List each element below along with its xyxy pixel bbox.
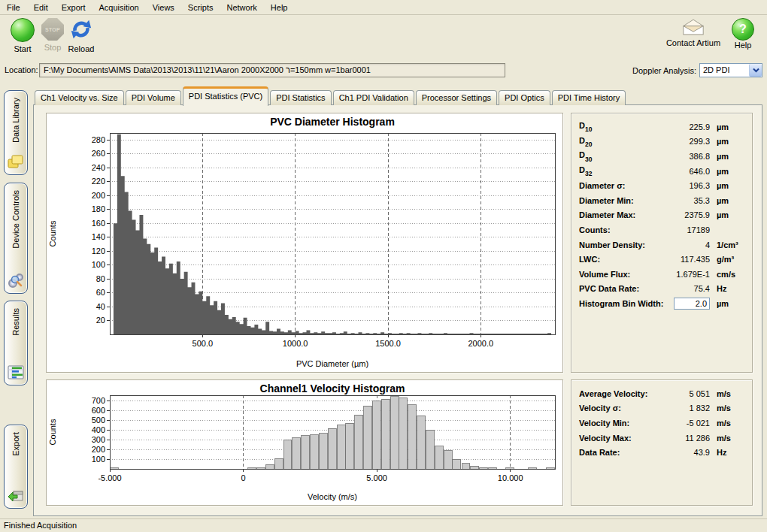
histogram-bin-width-input[interactable] [674,298,710,310]
menu-scripts[interactable]: Scripts [181,1,220,14]
reload-button[interactable]: Reload [60,18,102,53]
toolbar: Start STOP Stop Reload [0,15,767,60]
status-bar: Finished Acquisition [0,518,767,532]
diameter-statistics-panel: D10225.9µmD20299.3µmD30386.8µmD32646.0µm… [571,113,753,373]
menu-file[interactable]: File [0,1,27,14]
sidebar-item-results[interactable]: Results [4,301,28,385]
svg-text:200: 200 [92,445,105,454]
contact-artium-button[interactable]: Contact Artium [663,18,723,47]
velocity-histogram-panel: 100200300400500600700-5.00005.00010.000C… [46,379,563,506]
menu-network[interactable]: Network [220,1,263,14]
tab-strip: Ch1 Velocity vs. SizePDI VolumePDI Stati… [35,87,626,105]
sidebar: Data LibraryDevice ControlsResultsExport [0,84,33,518]
stat-value: 17189 [665,225,710,234]
stat-label: Diameter σ: [579,181,665,190]
svg-text:Counts: Counts [48,220,57,246]
sidebar-item-label: Data Library [11,98,20,143]
svg-text:60: 60 [96,288,105,297]
svg-text:100: 100 [92,455,105,464]
tab-processor-settings[interactable]: Processor Settings [416,90,497,105]
sidebar-item-export[interactable]: Export [4,425,28,509]
tab-content: 2040608010012014016018020022024026028050… [33,104,762,516]
svg-text:120: 120 [92,246,105,255]
sidebar-item-data-library[interactable]: Data Library [4,90,28,175]
help-button[interactable]: ? Help [729,18,756,50]
tab-pdi-statistics-pvc[interactable]: PDI Statistics (PVC) [183,86,268,106]
sidebar-item-label: Device Controls [11,190,20,249]
velocity-stat-row: Velocity Min:-5 021m/s [579,416,744,431]
svg-text:20: 20 [96,316,105,325]
svg-text:160: 160 [92,219,105,228]
svg-text:40: 40 [96,302,105,311]
velocity-statistics-panel: Average Velocity:5 051m/sVelocity σ:1 83… [571,379,753,506]
stat-unit: µm [710,181,744,190]
svg-text:1500.0: 1500.0 [375,339,401,348]
tab-pdi-volume[interactable]: PDI Volume [126,90,181,105]
doppler-analysis-combobox[interactable]: 2D PDI [699,63,762,77]
stat-unit: µm [710,152,744,161]
menu-edit[interactable]: Edit [27,1,55,14]
gears-icon [7,271,25,289]
tab-pdi-statistics[interactable]: PDI Statistics [270,90,331,105]
menu-acquisition[interactable]: Acquisition [92,1,146,14]
stat-unit: µm [710,167,744,176]
application-window: FileEditExportAcquisitionViewsScriptsNet… [0,0,767,532]
stat-label: D30 [579,150,665,162]
diameter-stat-row: Diameter Max:2375.9µm [579,208,744,223]
svg-text:1000.0: 1000.0 [283,339,308,348]
stat-label: Data Rate: [579,448,665,457]
envelope-icon [681,18,705,38]
stat-unit: µm [710,299,744,308]
stat-label: Velocity σ: [579,404,665,413]
stat-unit: m/s [710,404,744,413]
diameter-stat-row: Number Density:41/cm³ [579,237,744,252]
stat-value: 35.3 [665,196,710,205]
stat-label: Velocity Min: [579,419,665,428]
svg-text:220: 220 [92,177,105,186]
stat-unit: m/s [710,389,744,398]
stat-unit: m/s [710,434,744,443]
location-label: Location: [5,65,38,74]
diameter-stat-row: Counts:17189 [579,222,744,237]
menu-help[interactable]: Help [264,1,295,14]
chevron-down-icon[interactable] [749,64,762,77]
stat-value: -5 021 [665,419,710,428]
stat-value: 117.435 [665,255,710,264]
stat-label: Number Density: [579,240,665,249]
menu-export[interactable]: Export [55,1,92,14]
menu-views[interactable]: Views [146,1,181,14]
velocity-stat-row: Velocity σ:1 832m/s [579,401,744,416]
sidebar-item-device-controls[interactable]: Device Controls [4,183,28,294]
tab-pdi-time-history[interactable]: PDI Time History [552,90,626,105]
diameter-stat-row: Diameter σ:196.3µm [579,178,744,193]
svg-text:80: 80 [96,274,105,283]
svg-text:240: 240 [92,163,105,172]
svg-text:2000.0: 2000.0 [468,339,494,348]
stat-value: 196.3 [665,181,710,190]
svg-text:5.000: 5.000 [366,473,387,482]
diameter-stat-row: Histogram Bin Width:µm [579,296,744,311]
svg-text:PVC Diameter Histogram: PVC Diameter Histogram [270,116,395,128]
svg-text:-5.000: -5.000 [98,473,121,482]
stat-value: 5 051 [665,389,710,398]
stat-value: 43.9 [665,448,710,457]
stat-label: Average Velocity: [579,389,665,398]
svg-text:200: 200 [92,191,105,200]
stat-unit: 1/cm³ [710,240,744,249]
tab-ch1-velocity-vs-size[interactable]: Ch1 Velocity vs. Size [35,90,124,105]
sidebar-item-label: Export [11,432,20,456]
tab-ch1-pdi-validation[interactable]: Ch1 PDI Validation [333,90,414,105]
stat-value: 75.4 [665,284,710,293]
svg-text:10.000: 10.000 [498,473,523,482]
location-field[interactable]: F:\My Documents\AIMS Data\2013\2013\11\2… [39,63,505,77]
stat-value: 2375.9 [665,210,710,219]
stat-unit: µm [710,122,744,131]
velocity-histogram-chart: 100200300400500600700-5.00005.00010.000C… [47,380,561,503]
velocity-stat-row: Average Velocity:5 051m/s [579,386,744,401]
stat-unit: µm [710,196,744,205]
svg-text:600: 600 [92,406,105,415]
stat-label: Diameter Max: [579,210,665,219]
tab-pdi-optics[interactable]: PDI Optics [499,90,550,105]
svg-text:Velocity (m/s): Velocity (m/s) [308,492,357,501]
svg-text:700: 700 [92,396,105,405]
